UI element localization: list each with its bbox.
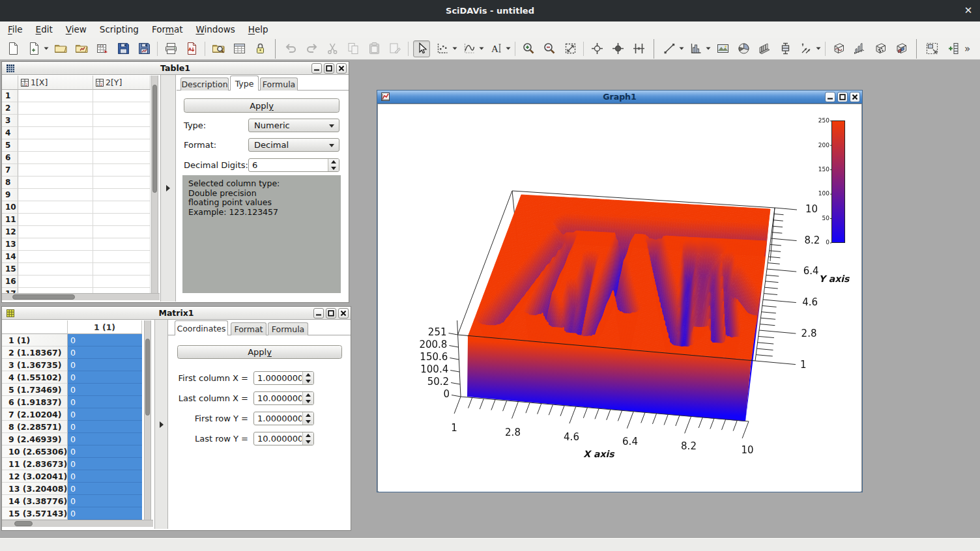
matrix1-row-header[interactable]: 7 (2.10204): [2, 408, 68, 421]
matrix1-row-header[interactable]: 15 (3.57143): [2, 507, 68, 520]
menu-format[interactable]: Format: [145, 22, 190, 37]
table1-row-header[interactable]: 4: [2, 127, 18, 139]
plot-box-icon[interactable]: [777, 40, 794, 57]
spin-arrows[interactable]: [302, 372, 313, 384]
table1-tab-formula[interactable]: Formula: [260, 78, 298, 91]
table1-column-header[interactable]: 122[Y]: [93, 76, 151, 90]
table1-row-header[interactable]: 1: [2, 90, 18, 102]
spin-up-icon[interactable]: [306, 434, 311, 437]
matrix1-cell[interactable]: 0: [68, 371, 142, 384]
plot-vectors-icon[interactable]: [798, 40, 814, 57]
plot-3d-scatter-icon[interactable]: [872, 40, 889, 57]
arrange-layers-icon[interactable]: [923, 40, 940, 57]
spin-arrows[interactable]: [302, 432, 313, 445]
matrix1-panel-collapse-handle[interactable]: [154, 320, 168, 529]
select-data-range-icon[interactable]: [630, 40, 647, 57]
graph1-minimize-button[interactable]: [825, 92, 835, 102]
matrix1-row-header[interactable]: 5 (1.73469): [2, 384, 68, 396]
matrix1-tab-coordinates[interactable]: Coordinates: [175, 320, 228, 335]
plot-vectors-dropdown-icon[interactable]: [816, 40, 821, 57]
spin-arrows[interactable]: [328, 159, 339, 171]
draw-line-icon[interactable]: [661, 40, 678, 57]
spin-down-icon[interactable]: [306, 380, 311, 383]
matrix1-row-header[interactable]: 4 (1.55102): [2, 371, 68, 384]
matrix1-coordinate-spinbox[interactable]: 10.00000000: [253, 391, 314, 405]
matrix1-row-header[interactable]: 2 (1.18367): [2, 346, 68, 359]
table1-row-header[interactable]: 12: [2, 226, 18, 238]
table1-row-header[interactable]: 5: [2, 139, 18, 152]
matrix1-row-header[interactable]: 13 (3.20408): [2, 483, 68, 495]
matrix1-apply-button[interactable]: Apply: [177, 345, 342, 359]
spin-arrows[interactable]: [302, 392, 313, 404]
plot-3d-ribbon-icon[interactable]: [893, 40, 910, 57]
table1-titlebar[interactable]: Table1: [2, 62, 349, 75]
plot-histogram-dropdown-icon[interactable]: [706, 40, 711, 57]
spin-up-icon[interactable]: [306, 414, 311, 417]
matrix1-cell[interactable]: 0: [68, 507, 142, 520]
format-combobox[interactable]: Decimal: [248, 138, 339, 152]
matrix1-cell[interactable]: 0: [68, 483, 142, 495]
matrix1-tab-formula[interactable]: Formula: [268, 322, 308, 335]
matrix1-grid[interactable]: 1 (1)1 (1)02 (1.18367)03 (1.36735)04 (1.…: [2, 320, 153, 520]
table1-row-header[interactable]: 10: [2, 201, 18, 214]
open-template-icon[interactable]: [73, 40, 90, 57]
open-project-icon[interactable]: [52, 40, 69, 57]
table1-row-header[interactable]: 15: [2, 263, 18, 276]
table1-panel-collapse-handle[interactable]: [160, 75, 176, 302]
new-aspect-icon[interactable]: [25, 40, 42, 57]
matrix1-vscrollbar[interactable]: [144, 320, 151, 520]
matrix1-cell[interactable]: 0: [68, 384, 142, 396]
spin-down-icon[interactable]: [306, 400, 311, 403]
matrix1-cell[interactable]: 0: [68, 495, 142, 507]
graph1-titlebar[interactable]: Graph1: [377, 91, 862, 104]
menu-help[interactable]: Help: [242, 22, 275, 37]
table1-vscrollbar[interactable]: [151, 76, 158, 293]
matrix1-row-header[interactable]: 12 (3.02041): [2, 470, 68, 483]
table1-apply-button[interactable]: Apply: [184, 98, 339, 113]
table1-row-header[interactable]: 17: [2, 288, 18, 293]
menu-file[interactable]: File: [1, 22, 29, 37]
table1-row-header[interactable]: 8: [2, 177, 18, 189]
add-curve-dropdown-icon[interactable]: [452, 40, 457, 57]
spin-arrows[interactable]: [302, 412, 313, 425]
menu-edit[interactable]: Edit: [29, 22, 59, 37]
rescale-to-show-all-icon[interactable]: [562, 40, 579, 57]
spin-up-icon[interactable]: [331, 160, 336, 163]
matrix1-cell[interactable]: 0: [68, 396, 142, 408]
matrix1-tab-format[interactable]: Format: [231, 322, 267, 335]
matrix1-titlebar[interactable]: Matrix1: [2, 307, 351, 320]
spin-down-icon[interactable]: [306, 440, 311, 444]
new-project-icon[interactable]: [5, 40, 22, 57]
app-close-icon[interactable]: ✕: [962, 5, 974, 16]
save-template-icon[interactable]: [136, 40, 152, 57]
matrix1-row-header[interactable]: 10 (2.65306): [2, 445, 68, 458]
matrix1-row-header[interactable]: 8 (2.28571): [2, 421, 68, 433]
spin-down-icon[interactable]: [331, 167, 336, 170]
table1-maximize-button[interactable]: [324, 63, 334, 74]
matrix1-row-header[interactable]: 9 (2.46939): [2, 433, 68, 445]
plot-histogram-icon[interactable]: [687, 40, 704, 57]
matrix1-column-header[interactable]: 1 (1): [68, 320, 142, 334]
table1-column-header[interactable]: 121[X]: [18, 76, 93, 90]
add-function-curve-dropdown-icon[interactable]: [479, 40, 484, 57]
table1-hscrollbar[interactable]: [2, 293, 160, 300]
table1-row-header[interactable]: 16: [2, 276, 18, 288]
matrix1-coordinate-spinbox[interactable]: 10.00000000: [253, 432, 314, 445]
matrix1-cell[interactable]: 0: [68, 445, 142, 458]
spin-down-icon[interactable]: [306, 420, 311, 423]
results-log-icon[interactable]: [231, 40, 248, 57]
spin-up-icon[interactable]: [306, 373, 311, 376]
draw-line-dropdown-icon[interactable]: [679, 40, 684, 57]
graph1-close-button[interactable]: [850, 92, 860, 102]
lock-toolbars-icon[interactable]: [252, 40, 268, 57]
matrix1-cell[interactable]: 0: [68, 334, 142, 346]
matrix1-hscrollbar[interactable]: [2, 520, 153, 527]
matrix1-cell[interactable]: 0: [68, 359, 142, 371]
table1-tab-description[interactable]: Description: [180, 78, 229, 91]
table1-row-header[interactable]: 7: [2, 164, 18, 177]
zoom-in-icon[interactable]: [520, 40, 537, 57]
menu-windows[interactable]: Windows: [189, 22, 241, 37]
save-project-icon[interactable]: [115, 40, 132, 57]
table1-row-header[interactable]: 3: [2, 115, 18, 127]
type-combobox[interactable]: Numeric: [248, 119, 339, 132]
